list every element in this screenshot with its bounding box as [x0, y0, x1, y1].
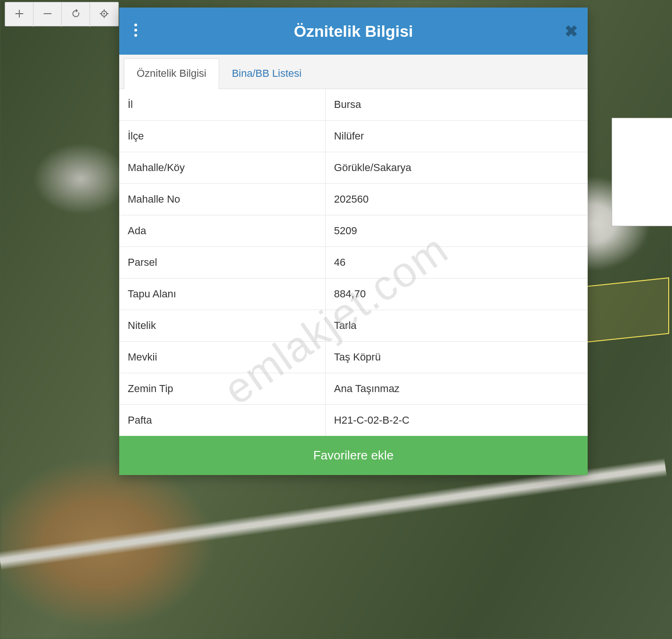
attr-value: Ana Taşınmaz [325, 373, 588, 405]
attr-value: Bursa [325, 89, 588, 121]
attr-key: Zemin Tip [119, 373, 325, 405]
attr-key: İl [119, 89, 325, 121]
attr-key: Parsel [119, 247, 325, 279]
modal-header: Öznitelik Bilgisi ✖ [119, 8, 588, 55]
map-toolbar [5, 2, 119, 26]
attr-key: Nitelik [119, 310, 325, 342]
crosshair-icon [99, 8, 109, 21]
table-row: Mahalle No 202560 [119, 184, 588, 215]
attr-key: Mahalle/Köy [119, 152, 325, 184]
attr-value: Tarla [325, 310, 588, 342]
modal-tabs: Öznitelik Bilgisi Bina/BB Listesi [119, 55, 588, 89]
svg-point-2 [134, 34, 137, 37]
attr-value: 884,70 [325, 279, 588, 310]
attr-value: Taş Köprü [325, 342, 588, 373]
attr-key: Pafta [119, 405, 325, 436]
side-panel-cropped [612, 118, 672, 226]
attr-key: Mevkii [119, 342, 325, 373]
modal-title: Öznitelik Bilgisi [152, 22, 555, 41]
add-to-favorites-button[interactable]: Favorilere ekle [119, 436, 588, 475]
vertical-dots-icon [134, 23, 138, 39]
attr-value: Nilüfer [325, 121, 588, 152]
svg-point-1 [134, 29, 137, 32]
modal-menu-button[interactable] [119, 8, 152, 55]
zoom-in-button[interactable] [5, 2, 33, 27]
attr-value: H21-C-02-B-2-C [325, 405, 588, 436]
attr-value: 5209 [325, 215, 588, 247]
attr-key: Mahalle No [119, 184, 325, 215]
attr-value: Görükle/Sakarya [325, 152, 588, 184]
table-row: Nitelik Tarla [119, 310, 588, 342]
attr-key: Tapu Alanı [119, 279, 325, 310]
zoom-out-button[interactable] [33, 2, 62, 27]
table-row: Mahalle/Köy Görükle/Sakarya [119, 152, 588, 184]
attribute-table: İl Bursa İlçe Nilüfer Mahalle/Köy Görükl… [119, 89, 588, 436]
attr-value: 202560 [325, 184, 588, 215]
plus-icon [14, 8, 25, 21]
table-row: Pafta H21-C-02-B-2-C [119, 405, 588, 436]
table-row: Tapu Alanı 884,70 [119, 279, 588, 310]
attr-value: 46 [325, 247, 588, 279]
close-icon: ✖ [565, 22, 578, 41]
table-row: İlçe Nilüfer [119, 121, 588, 152]
tab-bina-bb-listesi[interactable]: Bina/BB Listesi [219, 58, 314, 89]
svg-point-0 [134, 24, 137, 26]
table-row: Ada 5209 [119, 215, 588, 247]
table-row: Zemin Tip Ana Taşınmaz [119, 373, 588, 405]
modal-close-button[interactable]: ✖ [555, 8, 588, 55]
refresh-icon [71, 8, 81, 21]
tab-attribute-info[interactable]: Öznitelik Bilgisi [124, 58, 219, 89]
table-row: Parsel 46 [119, 247, 588, 279]
refresh-button[interactable] [62, 2, 90, 27]
attr-key: İlçe [119, 121, 325, 152]
attr-key: Ada [119, 215, 325, 247]
attribute-info-modal: Öznitelik Bilgisi ✖ Öznitelik Bilgisi Bi… [119, 8, 588, 475]
minus-icon [42, 8, 53, 21]
locate-button[interactable] [90, 2, 118, 27]
tab-label: Öznitelik Bilgisi [137, 67, 206, 79]
tab-label: Bina/BB Listesi [232, 67, 302, 79]
favorite-button-label: Favorilere ekle [313, 448, 394, 462]
table-row: Mevkii Taş Köprü [119, 342, 588, 373]
table-row: İl Bursa [119, 89, 588, 121]
